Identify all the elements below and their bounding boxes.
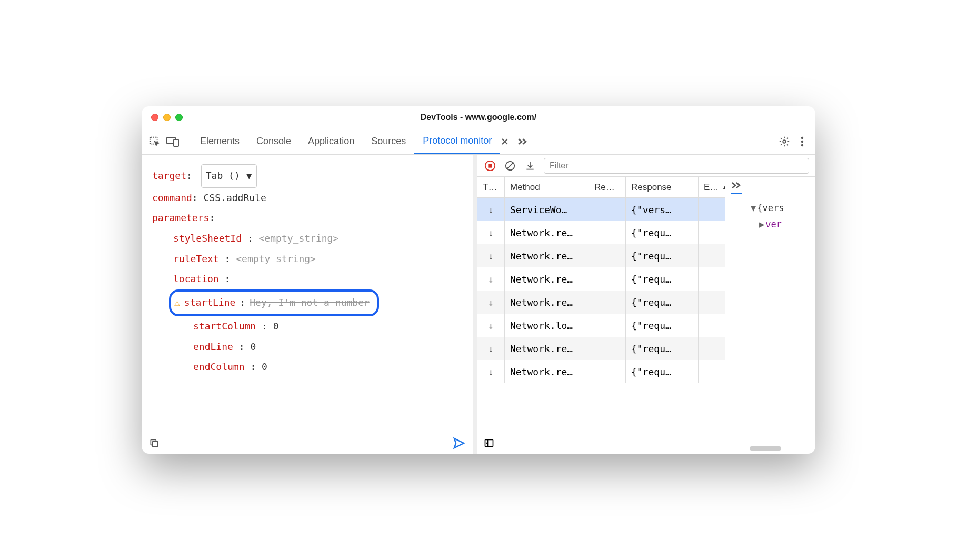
svg-point-5 (801, 140, 803, 142)
cell-request (589, 314, 626, 337)
table-row[interactable]: ↓ServiceWo…{"vers… (477, 198, 725, 221)
target-select[interactable]: Tab () ▼ (201, 164, 257, 188)
cell-extra (699, 337, 725, 360)
command-editor[interactable]: target: Tab () ▼ command: CSS.addRule pa… (142, 155, 473, 432)
detail-line1: {vers (757, 203, 784, 213)
table-row[interactable]: ↓Network.re…{"requ… (477, 291, 725, 314)
cell-extra (699, 291, 725, 314)
toggle-sidebar-icon[interactable] (484, 438, 494, 448)
protocol-log-pane: T… Method Re… Response E…▲ ↓ServiceWo…{"… (477, 155, 815, 454)
warning-icon: ⚠ (174, 293, 180, 313)
cell-request (589, 360, 626, 383)
settings-icon[interactable] (776, 134, 792, 149)
cell-extra (699, 314, 725, 337)
tab-protocol-monitor[interactable]: Protocol monitor (414, 128, 500, 154)
send-button[interactable] (453, 437, 465, 449)
svg-rect-2 (174, 139, 178, 146)
svg-point-6 (801, 144, 803, 146)
table-row[interactable]: ↓Network.re…{"requ… (477, 337, 725, 360)
detail-pane[interactable]: ▼{vers ▶ver (747, 177, 815, 454)
th-request[interactable]: Re… (589, 177, 626, 197)
log-table-wrap: T… Method Re… Response E…▲ ↓ServiceWo…{"… (477, 177, 815, 454)
param-endline-label: endLine (193, 341, 233, 352)
table-row[interactable]: ↓Network.re…{"requ… (477, 360, 725, 383)
cell-request (589, 198, 626, 221)
svg-point-4 (801, 136, 803, 138)
cell-method: Network.re… (505, 221, 589, 244)
cell-direction: ↓ (477, 267, 505, 291)
cell-extra (699, 244, 725, 267)
inspect-icon[interactable] (147, 134, 163, 149)
devtools-window: DevTools - www.google.com/ ElementsConso… (142, 106, 815, 454)
cell-request (589, 221, 626, 244)
table-body[interactable]: ↓ServiceWo…{"vers…↓Network.re…{"requ…↓Ne… (477, 198, 725, 432)
tree-collapse-icon[interactable]: ▶ (759, 219, 764, 229)
param-startline-value[interactable]: Hey, I'm not a number (250, 293, 370, 313)
tab-sources[interactable]: Sources (363, 128, 414, 154)
table-row[interactable]: ↓Network.re…{"requ… (477, 244, 725, 267)
param-location-label: location (173, 273, 219, 284)
th-response[interactable]: Response (626, 177, 699, 197)
svg-rect-9 (488, 164, 492, 167)
cell-extra (699, 198, 725, 221)
cell-method: Network.re… (505, 360, 589, 383)
filter-input[interactable] (544, 158, 809, 174)
copy-icon[interactable] (149, 438, 160, 448)
command-editor-pane: target: Tab () ▼ command: CSS.addRule pa… (142, 155, 473, 454)
cell-direction: ↓ (477, 221, 505, 244)
expand-panel-icon[interactable] (731, 181, 742, 194)
table-row[interactable]: ↓Network.lo…{"requ… (477, 314, 725, 337)
cell-extra (699, 267, 725, 291)
param-endcolumn-value[interactable]: 0 (262, 361, 267, 372)
th-method[interactable]: Method (505, 177, 589, 197)
scrollbar[interactable] (750, 446, 813, 452)
command-value: CSS.addRule (204, 192, 266, 203)
cell-direction: ↓ (477, 198, 505, 221)
log-table: T… Method Re… Response E…▲ ↓ServiceWo…{"… (477, 177, 725, 454)
log-toolbar (477, 155, 815, 177)
main-tabbar: ElementsConsoleApplicationSourcesProtoco… (142, 128, 815, 155)
table-row[interactable]: ↓Network.re…{"requ… (477, 221, 725, 244)
cell-request (589, 244, 626, 267)
separator (186, 136, 186, 147)
log-footer (477, 432, 725, 454)
cell-response: {"vers… (626, 198, 699, 221)
chevron-down-icon: ▼ (246, 166, 252, 186)
cell-method: Network.lo… (505, 314, 589, 337)
download-button[interactable] (524, 159, 536, 172)
cell-request (589, 337, 626, 360)
tree-expand-icon[interactable]: ▼ (751, 203, 756, 213)
cell-response: {"requ… (626, 244, 699, 267)
cell-method: ServiceWo… (505, 198, 589, 221)
th-extra[interactable]: E…▲ (699, 177, 725, 197)
tab-elements[interactable]: Elements (192, 128, 248, 154)
svg-rect-7 (153, 441, 158, 446)
parameters-label: parameters (152, 212, 209, 223)
startline-error-highlight: ⚠ startLine : Hey, I'm not a number (169, 289, 379, 316)
cell-direction: ↓ (477, 360, 505, 383)
param-endcolumn-label: endColumn (193, 361, 245, 372)
param-endline-value[interactable]: 0 (250, 341, 256, 352)
param-ruletext-value[interactable]: <empty_string> (236, 253, 316, 264)
detail-line2: ver (765, 219, 782, 229)
pane-splitter[interactable] (473, 155, 477, 454)
cell-response: {"requ… (626, 267, 699, 291)
clear-button[interactable] (504, 159, 516, 172)
cell-response: {"requ… (626, 291, 699, 314)
param-stylesheetid-value[interactable]: <empty_string> (259, 233, 339, 244)
param-startcolumn-value[interactable]: 0 (273, 321, 279, 332)
window-title: DevTools - www.google.com/ (142, 113, 815, 122)
editor-footer (142, 432, 473, 454)
kebab-menu-icon[interactable] (794, 134, 810, 149)
tab-console[interactable]: Console (248, 128, 300, 154)
device-toggle-icon[interactable] (165, 134, 181, 149)
more-tabs-button[interactable] (515, 134, 531, 149)
table-row[interactable]: ↓Network.re…{"requ… (477, 267, 725, 291)
close-tab-button[interactable] (497, 134, 513, 149)
cell-extra (699, 221, 725, 244)
record-button[interactable] (484, 159, 496, 172)
svg-point-3 (783, 140, 786, 143)
titlebar: DevTools - www.google.com/ (142, 106, 815, 128)
tab-application[interactable]: Application (300, 128, 363, 154)
th-type[interactable]: T… (477, 177, 505, 197)
